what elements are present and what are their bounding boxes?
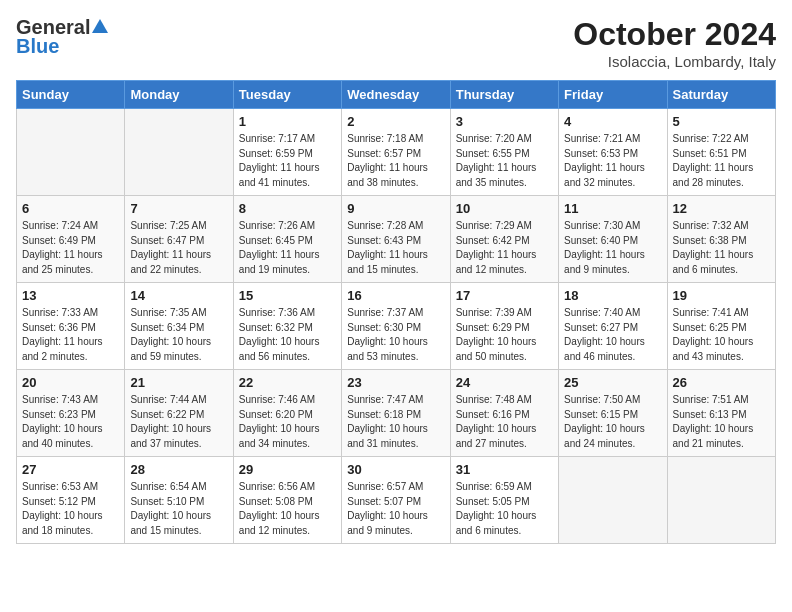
- cell-details: Sunrise: 7:39 AMSunset: 6:29 PMDaylight:…: [456, 306, 553, 364]
- day-number: 8: [239, 201, 336, 216]
- calendar-cell: 26Sunrise: 7:51 AMSunset: 6:13 PMDayligh…: [667, 370, 775, 457]
- cell-details: Sunrise: 6:56 AMSunset: 5:08 PMDaylight:…: [239, 480, 336, 538]
- day-number: 23: [347, 375, 444, 390]
- day-number: 5: [673, 114, 770, 129]
- cell-details: Sunrise: 7:32 AMSunset: 6:38 PMDaylight:…: [673, 219, 770, 277]
- logo: General Blue: [16, 16, 108, 58]
- calendar-cell: 6Sunrise: 7:24 AMSunset: 6:49 PMDaylight…: [17, 196, 125, 283]
- col-header-sunday: Sunday: [17, 81, 125, 109]
- cell-details: Sunrise: 7:24 AMSunset: 6:49 PMDaylight:…: [22, 219, 119, 277]
- calendar-cell: 27Sunrise: 6:53 AMSunset: 5:12 PMDayligh…: [17, 457, 125, 544]
- day-number: 13: [22, 288, 119, 303]
- day-number: 16: [347, 288, 444, 303]
- calendar-cell: 18Sunrise: 7:40 AMSunset: 6:27 PMDayligh…: [559, 283, 667, 370]
- cell-details: Sunrise: 7:44 AMSunset: 6:22 PMDaylight:…: [130, 393, 227, 451]
- calendar-cell: 4Sunrise: 7:21 AMSunset: 6:53 PMDaylight…: [559, 109, 667, 196]
- cell-details: Sunrise: 7:50 AMSunset: 6:15 PMDaylight:…: [564, 393, 661, 451]
- calendar-cell: 22Sunrise: 7:46 AMSunset: 6:20 PMDayligh…: [233, 370, 341, 457]
- calendar-cell: 31Sunrise: 6:59 AMSunset: 5:05 PMDayligh…: [450, 457, 558, 544]
- calendar-cell: 14Sunrise: 7:35 AMSunset: 6:34 PMDayligh…: [125, 283, 233, 370]
- cell-details: Sunrise: 7:37 AMSunset: 6:30 PMDaylight:…: [347, 306, 444, 364]
- cell-details: Sunrise: 7:48 AMSunset: 6:16 PMDaylight:…: [456, 393, 553, 451]
- calendar-cell: 8Sunrise: 7:26 AMSunset: 6:45 PMDaylight…: [233, 196, 341, 283]
- col-header-saturday: Saturday: [667, 81, 775, 109]
- cell-details: Sunrise: 6:57 AMSunset: 5:07 PMDaylight:…: [347, 480, 444, 538]
- day-number: 10: [456, 201, 553, 216]
- day-number: 11: [564, 201, 661, 216]
- day-number: 1: [239, 114, 336, 129]
- calendar-cell: 24Sunrise: 7:48 AMSunset: 6:16 PMDayligh…: [450, 370, 558, 457]
- day-number: 21: [130, 375, 227, 390]
- calendar-cell: [559, 457, 667, 544]
- day-number: 29: [239, 462, 336, 477]
- calendar-cell: 13Sunrise: 7:33 AMSunset: 6:36 PMDayligh…: [17, 283, 125, 370]
- day-number: 19: [673, 288, 770, 303]
- col-header-tuesday: Tuesday: [233, 81, 341, 109]
- day-number: 2: [347, 114, 444, 129]
- day-number: 27: [22, 462, 119, 477]
- calendar-cell: [17, 109, 125, 196]
- calendar-table: SundayMondayTuesdayWednesdayThursdayFrid…: [16, 80, 776, 544]
- calendar-week-row: 13Sunrise: 7:33 AMSunset: 6:36 PMDayligh…: [17, 283, 776, 370]
- calendar-week-row: 6Sunrise: 7:24 AMSunset: 6:49 PMDaylight…: [17, 196, 776, 283]
- cell-details: Sunrise: 7:30 AMSunset: 6:40 PMDaylight:…: [564, 219, 661, 277]
- cell-details: Sunrise: 7:18 AMSunset: 6:57 PMDaylight:…: [347, 132, 444, 190]
- cell-details: Sunrise: 7:43 AMSunset: 6:23 PMDaylight:…: [22, 393, 119, 451]
- day-number: 4: [564, 114, 661, 129]
- location-subtitle: Isolaccia, Lombardy, Italy: [573, 53, 776, 70]
- day-number: 3: [456, 114, 553, 129]
- calendar-week-row: 20Sunrise: 7:43 AMSunset: 6:23 PMDayligh…: [17, 370, 776, 457]
- calendar-cell: 16Sunrise: 7:37 AMSunset: 6:30 PMDayligh…: [342, 283, 450, 370]
- calendar-header-row: SundayMondayTuesdayWednesdayThursdayFrid…: [17, 81, 776, 109]
- calendar-cell: 19Sunrise: 7:41 AMSunset: 6:25 PMDayligh…: [667, 283, 775, 370]
- day-number: 31: [456, 462, 553, 477]
- calendar-cell: 10Sunrise: 7:29 AMSunset: 6:42 PMDayligh…: [450, 196, 558, 283]
- day-number: 20: [22, 375, 119, 390]
- cell-details: Sunrise: 7:51 AMSunset: 6:13 PMDaylight:…: [673, 393, 770, 451]
- calendar-cell: 15Sunrise: 7:36 AMSunset: 6:32 PMDayligh…: [233, 283, 341, 370]
- calendar-cell: 20Sunrise: 7:43 AMSunset: 6:23 PMDayligh…: [17, 370, 125, 457]
- calendar-cell: 17Sunrise: 7:39 AMSunset: 6:29 PMDayligh…: [450, 283, 558, 370]
- calendar-week-row: 27Sunrise: 6:53 AMSunset: 5:12 PMDayligh…: [17, 457, 776, 544]
- day-number: 24: [456, 375, 553, 390]
- cell-details: Sunrise: 7:29 AMSunset: 6:42 PMDaylight:…: [456, 219, 553, 277]
- calendar-cell: [125, 109, 233, 196]
- cell-details: Sunrise: 6:54 AMSunset: 5:10 PMDaylight:…: [130, 480, 227, 538]
- calendar-week-row: 1Sunrise: 7:17 AMSunset: 6:59 PMDaylight…: [17, 109, 776, 196]
- day-number: 22: [239, 375, 336, 390]
- col-header-wednesday: Wednesday: [342, 81, 450, 109]
- day-number: 17: [456, 288, 553, 303]
- calendar-cell: 1Sunrise: 7:17 AMSunset: 6:59 PMDaylight…: [233, 109, 341, 196]
- cell-details: Sunrise: 7:47 AMSunset: 6:18 PMDaylight:…: [347, 393, 444, 451]
- calendar-cell: 21Sunrise: 7:44 AMSunset: 6:22 PMDayligh…: [125, 370, 233, 457]
- cell-details: Sunrise: 7:21 AMSunset: 6:53 PMDaylight:…: [564, 132, 661, 190]
- col-header-friday: Friday: [559, 81, 667, 109]
- day-number: 25: [564, 375, 661, 390]
- day-number: 28: [130, 462, 227, 477]
- calendar-cell: 30Sunrise: 6:57 AMSunset: 5:07 PMDayligh…: [342, 457, 450, 544]
- cell-details: Sunrise: 7:40 AMSunset: 6:27 PMDaylight:…: [564, 306, 661, 364]
- calendar-cell: 12Sunrise: 7:32 AMSunset: 6:38 PMDayligh…: [667, 196, 775, 283]
- calendar-cell: 28Sunrise: 6:54 AMSunset: 5:10 PMDayligh…: [125, 457, 233, 544]
- day-number: 7: [130, 201, 227, 216]
- day-number: 12: [673, 201, 770, 216]
- cell-details: Sunrise: 6:53 AMSunset: 5:12 PMDaylight:…: [22, 480, 119, 538]
- cell-details: Sunrise: 7:36 AMSunset: 6:32 PMDaylight:…: [239, 306, 336, 364]
- calendar-cell: 11Sunrise: 7:30 AMSunset: 6:40 PMDayligh…: [559, 196, 667, 283]
- cell-details: Sunrise: 7:35 AMSunset: 6:34 PMDaylight:…: [130, 306, 227, 364]
- day-number: 26: [673, 375, 770, 390]
- day-number: 30: [347, 462, 444, 477]
- cell-details: Sunrise: 7:41 AMSunset: 6:25 PMDaylight:…: [673, 306, 770, 364]
- day-number: 15: [239, 288, 336, 303]
- col-header-thursday: Thursday: [450, 81, 558, 109]
- day-number: 6: [22, 201, 119, 216]
- page-header: General Blue October 2024 Isolaccia, Lom…: [16, 16, 776, 70]
- title-area: October 2024 Isolaccia, Lombardy, Italy: [573, 16, 776, 70]
- day-number: 14: [130, 288, 227, 303]
- day-number: 18: [564, 288, 661, 303]
- cell-details: Sunrise: 7:25 AMSunset: 6:47 PMDaylight:…: [130, 219, 227, 277]
- calendar-cell: 9Sunrise: 7:28 AMSunset: 6:43 PMDaylight…: [342, 196, 450, 283]
- logo-triangle-icon: [92, 19, 108, 37]
- cell-details: Sunrise: 7:46 AMSunset: 6:20 PMDaylight:…: [239, 393, 336, 451]
- cell-details: Sunrise: 7:28 AMSunset: 6:43 PMDaylight:…: [347, 219, 444, 277]
